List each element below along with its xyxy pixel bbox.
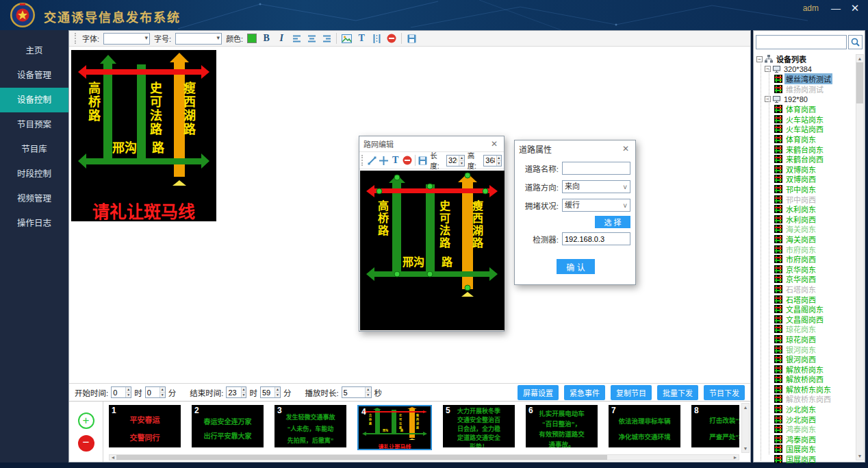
props-close-icon[interactable]: ✕ [620, 144, 631, 153]
length-down-icon[interactable]: ▼ [459, 160, 463, 166]
tree-device-item[interactable]: 螺丝湾桥测试 [755, 74, 866, 84]
duration-stepper[interactable]: ▲▼ [342, 386, 372, 398]
playlist-thumbnail-7[interactable]: 7依法治理非标车辆净化城市交通环境 [609, 405, 680, 447]
align-center-icon[interactable] [306, 33, 317, 44]
road-tool-icon[interactable] [371, 33, 382, 44]
tree-device-item[interactable]: 国展岗东 [755, 444, 866, 454]
sidebar-item-8[interactable]: 操作日志 [0, 211, 68, 236]
italic-icon[interactable]: I [276, 33, 287, 44]
playlist-thumbnail-2[interactable]: 2春运安全连万家出行平安靠大家 [192, 405, 264, 447]
tree-device-item[interactable]: 沙北岗东 [755, 404, 866, 415]
tree-device-item[interactable]: 京华岗东 [755, 264, 866, 274]
tree-device-item[interactable]: 文昌阁岗西 [755, 314, 866, 324]
draw-line-icon[interactable] [368, 155, 376, 166]
duration-input[interactable] [342, 387, 365, 397]
tree-device-item[interactable]: 火车站岗西 [755, 124, 866, 134]
length-input[interactable] [447, 156, 459, 166]
start-hour-input[interactable] [112, 387, 125, 397]
editor-save-icon[interactable] [418, 155, 427, 166]
down-icon[interactable]: ▼ [126, 392, 131, 397]
sidebar-item-2[interactable]: 设备管理 [0, 63, 68, 88]
tree-device-item[interactable]: 解放桥东岗西 [755, 394, 866, 404]
height-up-icon[interactable]: ▲ [497, 156, 501, 160]
up-icon[interactable]: ▲ [275, 387, 280, 392]
scroll-up-icon[interactable]: ▲ [742, 404, 749, 411]
tree-device-item[interactable]: 鸿泰岗西 [755, 434, 866, 445]
tree-device-item[interactable]: 火车站岗东 [755, 114, 866, 125]
editor-text-tool-icon[interactable]: T [391, 155, 400, 166]
minimize-button[interactable]: — [828, 1, 843, 15]
scrollbar-thumb[interactable] [856, 62, 863, 103]
down-icon[interactable]: ▼ [275, 392, 280, 397]
collapse-icon[interactable]: − [765, 96, 771, 102]
playlist-thumbnail-8[interactable]: 8打击改装“炸严查严处“机 [691, 405, 739, 447]
tree-device-item[interactable]: 解放桥东岗东 [755, 384, 866, 395]
height-input[interactable] [484, 156, 496, 166]
road-direction-select[interactable]: 来向 [562, 180, 630, 193]
scroll-up-icon[interactable]: ▲ [856, 55, 863, 62]
crossroad-icon[interactable] [379, 155, 388, 166]
up-icon[interactable]: ▲ [126, 387, 131, 392]
end-minute-stepper[interactable]: ▲▼ [260, 386, 281, 398]
tree-device-item[interactable]: 海关岗西 [755, 234, 866, 245]
font-size-select[interactable] [175, 33, 222, 45]
tree-device-item[interactable]: 市府岗东 [755, 244, 866, 254]
sidebar-item-7[interactable]: 视频管理 [0, 186, 68, 211]
playlist-thumbnail-5[interactable]: 5大力开展秋冬季交通安全整治百日会战，全力稳定道路交通安全形势！ [443, 405, 515, 447]
tree-device-item[interactable]: 维扬岗测试 [755, 84, 866, 95]
editor-sign-canvas[interactable]: 高桥路史可法路瘦西湖路邢沟路 [360, 171, 503, 328]
tree-device-item[interactable]: 来鹤台岗东 [755, 144, 866, 154]
tree-device-item[interactable]: 双博岗西 [755, 174, 866, 184]
end-hour-input[interactable] [227, 387, 240, 397]
tree-device-item[interactable]: 鸿泰岗东 [755, 424, 866, 434]
playlist-thumbnail-4[interactable]: 4高桥路史可法路瘦西湖路邢沟路请礼让斑马线 [357, 405, 432, 450]
tree-device-item[interactable]: 邗中岗西 [755, 194, 866, 204]
tree-device-item[interactable]: 银河岗西 [755, 354, 866, 365]
select-detector-button[interactable]: 选 择 [595, 216, 630, 228]
search-button[interactable] [848, 35, 863, 49]
action-button-5[interactable]: 节目下发 [704, 385, 745, 400]
remove-frame-button[interactable]: − [78, 435, 94, 452]
action-button-3[interactable]: 复制节目 [611, 385, 652, 400]
start-minute-stepper[interactable]: ▲▼ [145, 386, 166, 398]
tree-group-320x384[interactable]: −320*384 [755, 64, 866, 75]
playlist-thumbnail-6[interactable]: 6扎实开展电动车“百日整治”，有效预防道路交通事故。 [526, 405, 598, 447]
scroll-down-icon[interactable]: ▼ [856, 452, 863, 460]
edit-canvas[interactable]: 高桥路史可法路瘦西湖路邢沟路请礼让斑马线 路网编辑 ✕ T 长度: ▲▼ 高度:… [69, 47, 750, 383]
delete-icon[interactable] [386, 33, 397, 44]
playlist-horizontal-scrollbar[interactable]: ◄ ► [109, 454, 739, 460]
logged-in-user[interactable]: adm [803, 3, 819, 13]
up-icon[interactable]: ▲ [160, 387, 165, 392]
scrollbar-thumb[interactable] [116, 455, 607, 460]
close-button[interactable]: ✕ [847, 1, 863, 15]
tree-device-item[interactable]: 来鹤台岗西 [755, 154, 866, 164]
height-down-icon[interactable]: ▼ [497, 160, 501, 166]
tree-device-item[interactable]: 双博岗东 [755, 164, 866, 175]
tree-device-item[interactable]: 邗中岗东 [755, 184, 866, 195]
start-hour-stepper[interactable]: ▲▼ [111, 386, 131, 398]
text-tool-icon[interactable]: T [356, 33, 367, 44]
down-icon[interactable]: ▼ [366, 392, 371, 397]
sidebar-item-1[interactable]: 主页 [0, 38, 68, 63]
confirm-button[interactable]: 确 认 [557, 259, 595, 274]
tree-device-item[interactable]: 解放桥岗东 [755, 364, 866, 374]
up-icon[interactable]: ▲ [242, 387, 246, 392]
sidebar-item-6[interactable]: 时段控制 [0, 162, 68, 186]
action-button-2[interactable]: 紧急事件 [564, 385, 605, 400]
collapse-icon[interactable]: − [756, 56, 763, 62]
scroll-right-icon[interactable]: ► [732, 455, 739, 460]
tree-group-192x80[interactable]: −192*80 [755, 94, 866, 104]
tree-device-item[interactable]: 体育岗西 [755, 104, 866, 114]
tree-device-item[interactable]: 石塔岗东 [755, 284, 866, 295]
color-swatch[interactable] [247, 34, 257, 43]
tree-device-item[interactable]: 琼花岗东 [755, 324, 866, 334]
action-button-4[interactable]: 批量下发 [657, 385, 698, 400]
playlist-thumbnail-3[interactable]: 3发生轻微交通事故“人未伤，车能动先拍照，后撤离” [275, 405, 346, 447]
sidebar-item-4[interactable]: 节目预案 [0, 112, 68, 137]
down-icon[interactable]: ▼ [160, 392, 165, 397]
tree-device-item[interactable]: 市府岗西 [755, 254, 866, 264]
save-icon[interactable] [406, 33, 417, 44]
end-minute-input[interactable] [261, 387, 275, 397]
sidebar-item-3[interactable]: 设备控制 [0, 88, 68, 112]
tree-scrollbar[interactable]: ▲ ▼ [856, 54, 864, 460]
